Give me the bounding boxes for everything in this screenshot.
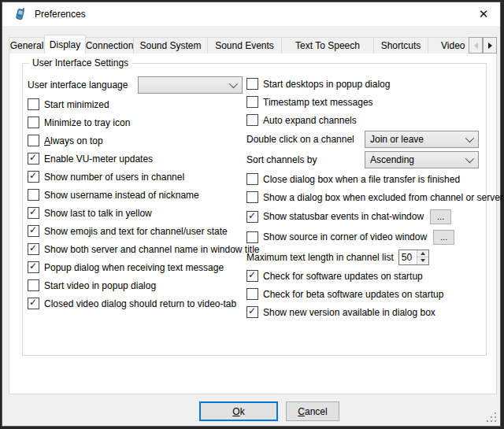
- tab-scroll-left-button[interactable]: [469, 37, 483, 54]
- setting-row[interactable]: ✓Show emojis and text for channel/user s…: [28, 222, 242, 240]
- title-bar[interactable]: Preferences ✕: [2, 2, 500, 26]
- ellipsis-button[interactable]: ...: [433, 230, 454, 245]
- setting-row[interactable]: Check for beta software updates on start…: [246, 285, 484, 303]
- checkbox-timestamp-text-messages[interactable]: [246, 96, 258, 108]
- checkbox-closed-video-dialog-should-return-to-video[interactable]: ✓: [28, 298, 39, 309]
- checkbox-label: Minimize to tray icon: [44, 117, 130, 128]
- checkmark-icon: ✓: [29, 207, 37, 217]
- right-arrow-icon: [488, 43, 492, 49]
- setting-row[interactable]: Start desktops in popup dialog: [246, 75, 484, 93]
- checkbox-check-for-beta-software-updates-on-startup[interactable]: [246, 288, 258, 300]
- combobox-value: Join or leave: [370, 134, 424, 145]
- checkbox-enable-vu-meter-updates[interactable]: ✓: [28, 153, 39, 165]
- field-label: Double click on a channel: [246, 134, 365, 145]
- checkbox-show-source-in-corner-of-video-window[interactable]: [246, 231, 258, 243]
- tab-scroll-right-button[interactable]: [483, 37, 497, 54]
- checkmark-icon: ✓: [29, 153, 37, 163]
- checkbox-show-both-server-and-channel-name-in-windo[interactable]: ✓: [28, 243, 39, 255]
- cancel-button[interactable]: Cancel: [286, 401, 339, 421]
- setting-row[interactable]: ✓Show statusbar events in chat-window...: [246, 206, 484, 227]
- combobox-user-interface-language[interactable]: [138, 76, 243, 94]
- setting-row[interactable]: Timestamp text messages: [246, 93, 484, 111]
- resize-grip[interactable]: [487, 412, 497, 423]
- setting-row[interactable]: ✓Check for software updates on startup: [246, 267, 484, 285]
- tab-sound-system[interactable]: Sound System: [133, 37, 208, 54]
- checkmark-icon: ✓: [248, 270, 256, 280]
- left-arrow-icon: [474, 43, 478, 49]
- checkbox-popup-dialog-when-receiving-text-message[interactable]: ✓: [28, 261, 39, 273]
- checkbox-check-for-software-updates-on-startup[interactable]: ✓: [246, 270, 258, 282]
- checkbox-show-emojis-and-text-for-channel-user-stat[interactable]: ✓: [28, 225, 39, 237]
- setting-row[interactable]: Show username instead of nickname: [28, 186, 242, 204]
- setting-row[interactable]: ✓Show last to talk in yellow: [28, 204, 242, 222]
- field-label: Sort channels by: [246, 154, 365, 165]
- checkbox-label: Popup dialog when receiving text message: [44, 262, 224, 273]
- field-label: User interface language: [28, 80, 138, 91]
- spin-up-button[interactable]: [417, 250, 428, 257]
- setting-row[interactable]: ✓Show both server and channel name in wi…: [28, 240, 242, 258]
- setting-row[interactable]: Minimize to tray icon: [28, 113, 242, 131]
- ellipsis-button[interactable]: ...: [430, 209, 451, 224]
- setting-row[interactable]: ✓Closed video dialog should return to vi…: [28, 294, 242, 313]
- tab-label: Sound Events: [215, 40, 274, 51]
- checkbox-show-statusbar-events-in-chat-window[interactable]: ✓: [246, 211, 258, 223]
- tab-text-to-speech[interactable]: Text To Speech: [281, 37, 374, 54]
- tab-connection[interactable]: Connection: [85, 37, 134, 54]
- ok-button[interactable]: Ok: [199, 401, 278, 421]
- combobox-sort-channels-by[interactable]: Ascending: [365, 151, 479, 168]
- setting-row[interactable]: ✓Enable VU-meter updates: [28, 150, 242, 168]
- tab-general[interactable]: General: [9, 37, 45, 54]
- up-arrow-icon: [421, 252, 425, 255]
- tab-shortcuts[interactable]: Shortcuts: [373, 37, 428, 54]
- setting-row[interactable]: Auto expand channels: [246, 111, 484, 129]
- checkbox-label: Timestamp text messages: [263, 97, 373, 108]
- checkbox-show-a-dialog-box-when-excluded-from-chann[interactable]: [246, 191, 258, 203]
- setting-row[interactable]: ✓Show number of users in channel: [28, 168, 242, 186]
- checkbox-show-last-to-talk-in-yellow[interactable]: ✓: [28, 207, 39, 219]
- checkbox-label: Close dialog box when a file transfer is…: [263, 174, 460, 185]
- tab-label: General: [10, 40, 44, 51]
- checkbox-label: Show both server and channel name in win…: [44, 244, 260, 255]
- checkbox-show-new-version-available-in-dialog-box[interactable]: ✓: [246, 306, 258, 318]
- checkbox-start-video-in-popup-dialog[interactable]: [28, 279, 39, 291]
- preferences-dialog: Preferences ✕ GeneralDisplayConnectionSo…: [2, 2, 501, 427]
- checkbox-label: Show new version available in dialog box: [263, 307, 435, 318]
- spin-down-button[interactable]: [417, 257, 428, 264]
- checkbox-minimize-to-tray-icon[interactable]: [28, 116, 39, 128]
- checkbox-show-username-instead-of-nickname[interactable]: [28, 189, 39, 201]
- setting-row[interactable]: Start minimized: [28, 95, 242, 113]
- spinbox-maximum-text-length-in-channel-list[interactable]: 50: [398, 250, 429, 265]
- checkbox-label: Start video in popup dialog: [44, 280, 156, 291]
- field-label: Maximum text length in channel list: [246, 252, 394, 263]
- spinbox-arrows: [417, 250, 428, 264]
- checkbox-auto-expand-channels[interactable]: [246, 114, 258, 126]
- setting-row: Double click on a channelJoin or leave: [246, 129, 484, 150]
- checkbox-label: Closed video dialog should return to vid…: [44, 298, 236, 309]
- checkbox-show-number-of-users-in-channel[interactable]: ✓: [28, 171, 39, 183]
- checkbox-close-dialog-box-when-a-file-transfer-is-f[interactable]: [246, 173, 258, 185]
- setting-row[interactable]: ✓Show new version available in dialog bo…: [246, 303, 484, 321]
- checkbox-label: Auto expand channels: [263, 115, 357, 126]
- checkbox-label: Start minimized: [44, 99, 109, 110]
- checkbox-always-on-top[interactable]: [28, 135, 39, 146]
- close-button[interactable]: ✕: [470, 2, 497, 26]
- setting-row[interactable]: Show source in corner of video window...: [246, 227, 484, 247]
- tab-sound-events[interactable]: Sound Events: [207, 37, 282, 54]
- checkbox-start-desktops-in-popup-dialog[interactable]: [246, 78, 258, 90]
- combobox-double-click-on-a-channel[interactable]: Join or leave: [365, 131, 479, 148]
- checkbox-start-minimized[interactable]: [28, 98, 39, 110]
- spinbox-value[interactable]: 50: [399, 250, 417, 264]
- setting-row[interactable]: Show a dialog box when excluded from cha…: [246, 188, 484, 206]
- tab-bar: GeneralDisplayConnectionSound SystemSoun…: [9, 35, 497, 54]
- setting-row[interactable]: Always on top: [28, 131, 242, 150]
- tab-display[interactable]: Display: [44, 35, 86, 54]
- chevron-down-icon: [465, 134, 474, 142]
- chevron-down-icon: [229, 80, 238, 88]
- resize-grip-icon: [487, 412, 488, 414]
- setting-row[interactable]: ✓Popup dialog when receiving text messag…: [28, 258, 242, 276]
- group-title: User Interface Settings: [29, 57, 132, 68]
- right-column: Start desktops in popup dialogTimestamp …: [246, 75, 484, 321]
- checkbox-label: Check for software updates on startup: [263, 271, 423, 282]
- setting-row[interactable]: Start video in popup dialog: [28, 276, 242, 294]
- setting-row[interactable]: Close dialog box when a file transfer is…: [246, 170, 484, 188]
